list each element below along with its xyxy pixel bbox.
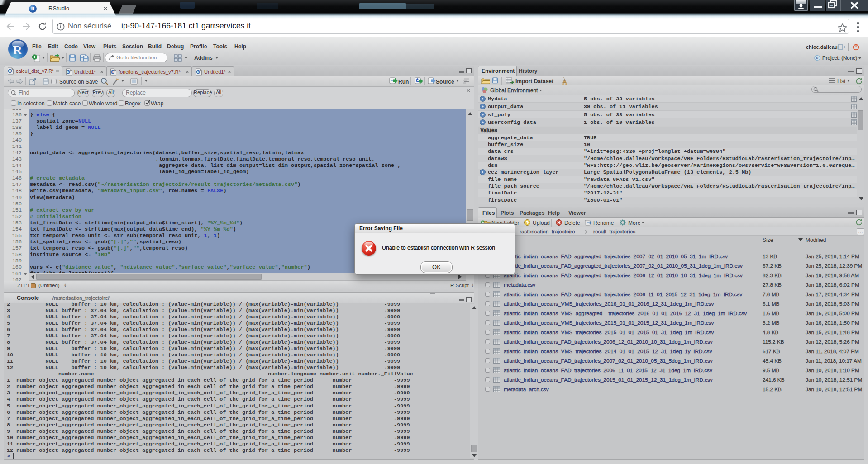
svg-text:R: R [67,70,70,74]
svg-text:R: R [197,70,200,74]
svg-text:R: R [111,70,114,74]
svg-text:R: R [9,69,11,73]
svg-text:R: R [816,56,819,60]
